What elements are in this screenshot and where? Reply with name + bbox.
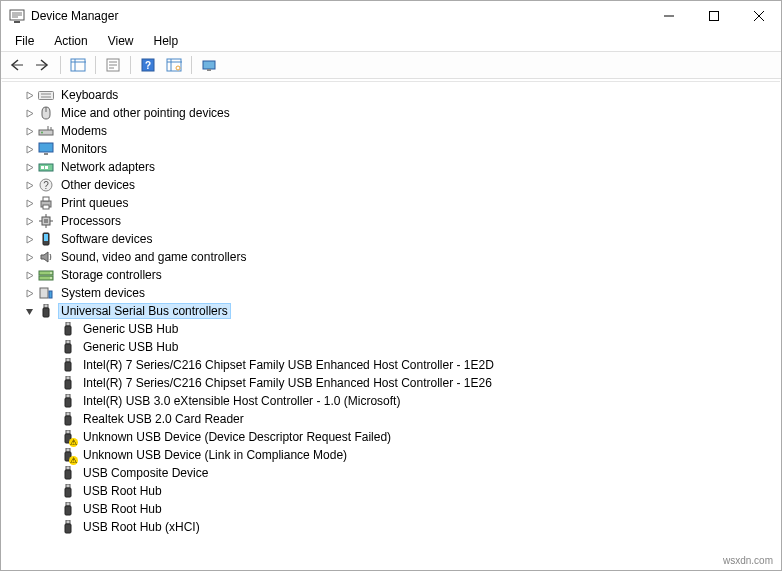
tree-device[interactable]: Unknown USB Device (Device Descriptor Re…: [2, 428, 780, 446]
app-icon: [9, 8, 25, 24]
svg-rect-63: [66, 448, 70, 452]
tree-device[interactable]: Unknown USB Device (Link in Compliance M…: [2, 446, 780, 464]
tree-device-label: Unknown USB Device (Link in Compliance M…: [80, 447, 350, 463]
svg-rect-28: [44, 153, 48, 155]
svg-rect-19: [203, 61, 215, 69]
chevron-right-icon[interactable]: [22, 250, 36, 264]
window-title: Device Manager: [31, 9, 118, 23]
usb-icon: [60, 393, 76, 409]
svg-rect-67: [66, 484, 70, 488]
tree-category[interactable]: Software devices: [2, 230, 780, 248]
minimize-button[interactable]: [646, 1, 691, 31]
svg-rect-59: [66, 412, 70, 416]
tree-category[interactable]: Monitors: [2, 140, 780, 158]
svg-rect-66: [65, 470, 71, 479]
tree-device[interactable]: Intel(R) USB 3.0 eXtensible Host Control…: [2, 392, 780, 410]
svg-point-43: [50, 272, 52, 274]
tree-category[interactable]: Network adapters: [2, 158, 780, 176]
chevron-right-icon[interactable]: [22, 268, 36, 282]
tree-device[interactable]: USB Composite Device: [2, 464, 780, 482]
usb-icon: [60, 483, 76, 499]
svg-rect-53: [66, 358, 70, 362]
svg-rect-46: [49, 291, 52, 298]
menu-view[interactable]: View: [100, 33, 142, 49]
svg-rect-6: [71, 59, 85, 71]
show-hide-tree-button[interactable]: [66, 54, 90, 76]
chevron-right-icon[interactable]: [22, 88, 36, 102]
svg-rect-47: [44, 304, 48, 308]
forward-button[interactable]: [31, 54, 55, 76]
tree-category[interactable]: Universal Serial Bus controllers: [2, 302, 780, 320]
tree-category[interactable]: ?Other devices: [2, 176, 780, 194]
svg-rect-54: [65, 362, 71, 371]
usb-icon: [60, 339, 76, 355]
help-button[interactable]: ?: [136, 54, 160, 76]
tree-category-label: Mice and other pointing devices: [58, 105, 233, 121]
tree-device[interactable]: Intel(R) 7 Series/C216 Chipset Family US…: [2, 356, 780, 374]
tree-device[interactable]: Realtek USB 2.0 Card Reader: [2, 410, 780, 428]
svg-rect-65: [66, 466, 70, 470]
tree-device[interactable]: USB Root Hub: [2, 500, 780, 518]
tree-device-label: USB Root Hub (xHCI): [80, 519, 203, 535]
chevron-right-icon[interactable]: [22, 214, 36, 228]
chevron-right-icon[interactable]: [22, 178, 36, 192]
chevron-right-icon[interactable]: [22, 142, 36, 156]
svg-rect-1: [14, 21, 20, 23]
svg-rect-68: [65, 488, 71, 497]
menu-help[interactable]: Help: [146, 33, 187, 49]
tree-device[interactable]: Intel(R) 7 Series/C216 Chipset Family US…: [2, 374, 780, 392]
svg-rect-56: [65, 380, 71, 389]
toolbar-separator: [95, 56, 96, 74]
tree-category-label: Software devices: [58, 231, 155, 247]
usb-icon: [60, 465, 76, 481]
tree-category[interactable]: System devices: [2, 284, 780, 302]
tree-device-label: USB Root Hub: [80, 483, 165, 499]
tree-category[interactable]: Storage controllers: [2, 266, 780, 284]
tree-category[interactable]: Keyboards: [2, 86, 780, 104]
scan-hardware-button[interactable]: [197, 54, 221, 76]
back-button[interactable]: [5, 54, 29, 76]
chevron-right-icon[interactable]: [22, 196, 36, 210]
tree-device-label: Intel(R) USB 3.0 eXtensible Host Control…: [80, 393, 403, 409]
svg-rect-49: [66, 322, 70, 326]
tree-category[interactable]: Mice and other pointing devices: [2, 104, 780, 122]
chevron-right-icon[interactable]: [22, 160, 36, 174]
tree-category-label: Keyboards: [58, 87, 121, 103]
tree-category[interactable]: Print queues: [2, 194, 780, 212]
chevron-right-icon[interactable]: [22, 106, 36, 120]
close-button[interactable]: [736, 1, 781, 31]
tree-category[interactable]: Modems: [2, 122, 780, 140]
svg-point-26: [41, 132, 43, 134]
properties-button[interactable]: [101, 54, 125, 76]
maximize-button[interactable]: [691, 1, 736, 31]
usb-icon: [60, 519, 76, 535]
tree-category-label: Storage controllers: [58, 267, 165, 283]
chevron-down-icon[interactable]: [22, 304, 36, 318]
tree-category-label: Sound, video and game controllers: [58, 249, 249, 265]
menu-bar: File Action View Help: [1, 31, 781, 51]
tree-category[interactable]: Sound, video and game controllers: [2, 248, 780, 266]
svg-rect-61: [66, 430, 70, 434]
tree-device[interactable]: Generic USB Hub: [2, 338, 780, 356]
device-tree-scroll[interactable]: KeyboardsMice and other pointing devices…: [2, 81, 780, 548]
svg-rect-72: [65, 524, 71, 533]
network-icon: [38, 159, 54, 175]
chevron-right-icon[interactable]: [22, 232, 36, 246]
chevron-right-icon[interactable]: [22, 124, 36, 138]
watermark: wsxdn.com: [723, 550, 773, 570]
tree-device[interactable]: Generic USB Hub: [2, 320, 780, 338]
chevron-right-icon[interactable]: [22, 286, 36, 300]
scan-button[interactable]: [162, 54, 186, 76]
menu-action[interactable]: Action: [46, 33, 95, 49]
svg-rect-38: [44, 219, 48, 223]
toolbar-separator: [60, 56, 61, 74]
tree-device[interactable]: USB Root Hub (xHCI): [2, 518, 780, 536]
svg-rect-71: [66, 520, 70, 524]
toolbar: ?: [1, 51, 781, 79]
menu-file[interactable]: File: [7, 33, 42, 49]
svg-rect-57: [66, 394, 70, 398]
modem-icon: [38, 123, 54, 139]
svg-text:?: ?: [43, 180, 49, 191]
tree-category[interactable]: Processors: [2, 212, 780, 230]
tree-device[interactable]: USB Root Hub: [2, 482, 780, 500]
